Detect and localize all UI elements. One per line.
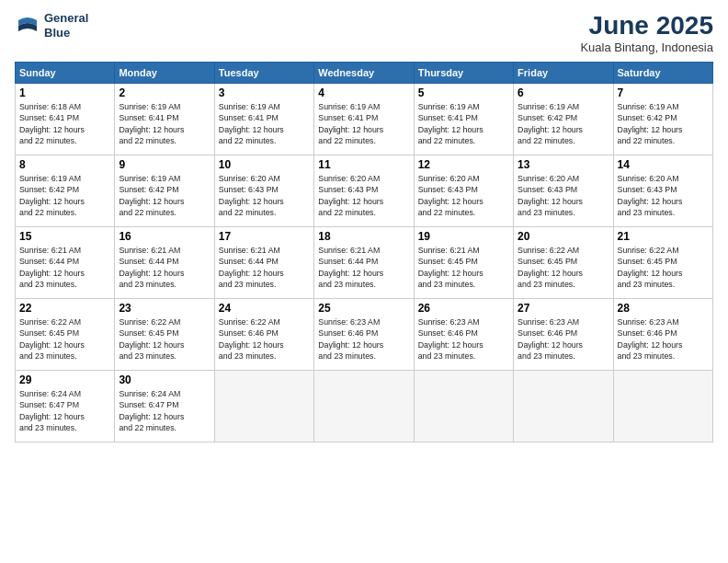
day-number: 30	[119, 373, 210, 386]
day-info: Sunrise: 6:23 AM Sunset: 6:46 PM Dayligh…	[618, 316, 709, 362]
week-row-5: 29Sunrise: 6:24 AM Sunset: 6:47 PM Dayli…	[16, 371, 713, 442]
calendar-cell	[514, 371, 613, 442]
calendar-header: SundayMondayTuesdayWednesdayThursdayFrid…	[16, 63, 713, 84]
header: General Blue June 2025 Kuala Bintang, In…	[15, 11, 713, 54]
calendar-cell	[314, 371, 414, 442]
day-number: 1	[19, 86, 110, 99]
calendar-cell: 5Sunrise: 6:19 AM Sunset: 6:41 PM Daylig…	[414, 84, 513, 155]
week-row-2: 8Sunrise: 6:19 AM Sunset: 6:42 PM Daylig…	[16, 155, 713, 227]
day-number: 17	[219, 230, 310, 243]
day-number: 4	[318, 86, 409, 99]
day-number: 12	[418, 158, 509, 171]
day-info: Sunrise: 6:21 AM Sunset: 6:44 PM Dayligh…	[318, 245, 409, 290]
calendar-cell: 13Sunrise: 6:20 AM Sunset: 6:43 PM Dayli…	[514, 155, 613, 227]
day-header-sunday: Sunday	[16, 63, 115, 84]
logo-icon	[15, 13, 40, 39]
day-header-tuesday: Tuesday	[214, 63, 313, 84]
calendar-cell: 3Sunrise: 6:19 AM Sunset: 6:41 PM Daylig…	[214, 84, 313, 155]
day-info: Sunrise: 6:20 AM Sunset: 6:43 PM Dayligh…	[318, 173, 409, 218]
calendar-cell: 30Sunrise: 6:24 AM Sunset: 6:47 PM Dayli…	[115, 371, 214, 442]
calendar-cell	[414, 371, 513, 442]
calendar-cell: 6Sunrise: 6:19 AM Sunset: 6:42 PM Daylig…	[514, 84, 613, 155]
week-row-3: 15Sunrise: 6:21 AM Sunset: 6:44 PM Dayli…	[16, 227, 713, 299]
calendar-cell: 23Sunrise: 6:22 AM Sunset: 6:45 PM Dayli…	[115, 299, 214, 371]
calendar-cell: 24Sunrise: 6:22 AM Sunset: 6:46 PM Dayli…	[214, 299, 313, 371]
day-number: 18	[318, 230, 409, 243]
day-info: Sunrise: 6:20 AM Sunset: 6:43 PM Dayligh…	[219, 173, 310, 218]
day-info: Sunrise: 6:19 AM Sunset: 6:42 PM Dayligh…	[119, 173, 210, 218]
calendar-body: 1Sunrise: 6:18 AM Sunset: 6:41 PM Daylig…	[16, 84, 713, 442]
day-info: Sunrise: 6:21 AM Sunset: 6:45 PM Dayligh…	[418, 245, 509, 290]
day-info: Sunrise: 6:19 AM Sunset: 6:41 PM Dayligh…	[219, 101, 310, 146]
calendar-cell: 19Sunrise: 6:21 AM Sunset: 6:45 PM Dayli…	[414, 227, 513, 299]
calendar-cell	[613, 371, 712, 442]
day-number: 15	[19, 230, 110, 243]
day-info: Sunrise: 6:22 AM Sunset: 6:45 PM Dayligh…	[518, 245, 609, 290]
day-info: Sunrise: 6:22 AM Sunset: 6:45 PM Dayligh…	[119, 316, 210, 362]
day-number: 22	[19, 302, 110, 315]
day-number: 3	[219, 86, 310, 99]
day-info: Sunrise: 6:20 AM Sunset: 6:43 PM Dayligh…	[618, 173, 709, 218]
day-info: Sunrise: 6:24 AM Sunset: 6:47 PM Dayligh…	[19, 388, 110, 433]
day-info: Sunrise: 6:23 AM Sunset: 6:46 PM Dayligh…	[318, 316, 409, 362]
main-title: June 2025	[580, 11, 713, 40]
day-header-monday: Monday	[115, 63, 214, 84]
day-number: 7	[618, 86, 709, 99]
calendar-cell: 20Sunrise: 6:22 AM Sunset: 6:45 PM Dayli…	[514, 227, 613, 299]
day-info: Sunrise: 6:19 AM Sunset: 6:41 PM Dayligh…	[418, 101, 509, 146]
day-number: 9	[119, 158, 210, 171]
calendar-cell: 17Sunrise: 6:21 AM Sunset: 6:44 PM Dayli…	[214, 227, 313, 299]
week-row-1: 1Sunrise: 6:18 AM Sunset: 6:41 PM Daylig…	[16, 84, 713, 155]
day-number: 8	[19, 158, 110, 171]
calendar-cell: 15Sunrise: 6:21 AM Sunset: 6:44 PM Dayli…	[16, 227, 115, 299]
day-info: Sunrise: 6:21 AM Sunset: 6:44 PM Dayligh…	[119, 245, 210, 290]
calendar-cell: 8Sunrise: 6:19 AM Sunset: 6:42 PM Daylig…	[16, 155, 115, 227]
day-number: 11	[318, 158, 409, 171]
subtitle: Kuala Bintang, Indonesia	[580, 40, 713, 54]
calendar-cell: 27Sunrise: 6:23 AM Sunset: 6:46 PM Dayli…	[514, 299, 613, 371]
day-number: 10	[219, 158, 310, 171]
calendar-cell: 14Sunrise: 6:20 AM Sunset: 6:43 PM Dayli…	[613, 155, 712, 227]
day-info: Sunrise: 6:19 AM Sunset: 6:42 PM Dayligh…	[19, 173, 110, 218]
calendar-cell: 7Sunrise: 6:19 AM Sunset: 6:42 PM Daylig…	[613, 84, 712, 155]
calendar-cell: 11Sunrise: 6:20 AM Sunset: 6:43 PM Dayli…	[314, 155, 414, 227]
day-info: Sunrise: 6:21 AM Sunset: 6:44 PM Dayligh…	[19, 245, 110, 290]
logo-text: General Blue	[44, 11, 88, 40]
logo-line1: General	[44, 11, 88, 26]
day-header-wednesday: Wednesday	[314, 63, 414, 84]
page: General Blue June 2025 Kuala Bintang, In…	[0, 0, 728, 563]
calendar-cell: 9Sunrise: 6:19 AM Sunset: 6:42 PM Daylig…	[115, 155, 214, 227]
day-number: 21	[618, 230, 709, 243]
calendar-cell: 28Sunrise: 6:23 AM Sunset: 6:46 PM Dayli…	[613, 299, 712, 371]
day-info: Sunrise: 6:22 AM Sunset: 6:45 PM Dayligh…	[19, 316, 110, 362]
day-info: Sunrise: 6:20 AM Sunset: 6:43 PM Dayligh…	[518, 173, 609, 218]
day-info: Sunrise: 6:23 AM Sunset: 6:46 PM Dayligh…	[418, 316, 509, 362]
calendar-cell: 18Sunrise: 6:21 AM Sunset: 6:44 PM Dayli…	[314, 227, 414, 299]
title-block: June 2025 Kuala Bintang, Indonesia	[580, 11, 713, 54]
calendar-cell: 16Sunrise: 6:21 AM Sunset: 6:44 PM Dayli…	[115, 227, 214, 299]
day-info: Sunrise: 6:22 AM Sunset: 6:46 PM Dayligh…	[219, 316, 310, 362]
week-row-4: 22Sunrise: 6:22 AM Sunset: 6:45 PM Dayli…	[16, 299, 713, 371]
day-number: 14	[618, 158, 709, 171]
calendar-cell	[214, 371, 313, 442]
calendar-cell: 4Sunrise: 6:19 AM Sunset: 6:41 PM Daylig…	[314, 84, 414, 155]
day-number: 27	[518, 302, 609, 315]
day-header-friday: Friday	[514, 63, 613, 84]
day-number: 6	[518, 86, 609, 99]
day-info: Sunrise: 6:21 AM Sunset: 6:44 PM Dayligh…	[219, 245, 310, 290]
day-info: Sunrise: 6:19 AM Sunset: 6:42 PM Dayligh…	[518, 101, 609, 146]
day-number: 26	[418, 302, 509, 315]
day-number: 19	[418, 230, 509, 243]
logo: General Blue	[15, 11, 88, 40]
calendar-cell: 1Sunrise: 6:18 AM Sunset: 6:41 PM Daylig…	[16, 84, 115, 155]
calendar: SundayMondayTuesdayWednesdayThursdayFrid…	[15, 62, 713, 442]
calendar-cell: 29Sunrise: 6:24 AM Sunset: 6:47 PM Dayli…	[16, 371, 115, 442]
day-info: Sunrise: 6:19 AM Sunset: 6:42 PM Dayligh…	[618, 101, 709, 146]
day-info: Sunrise: 6:24 AM Sunset: 6:47 PM Dayligh…	[119, 388, 210, 433]
day-header-saturday: Saturday	[613, 63, 712, 84]
day-info: Sunrise: 6:22 AM Sunset: 6:45 PM Dayligh…	[618, 245, 709, 290]
day-number: 16	[119, 230, 210, 243]
day-number: 25	[318, 302, 409, 315]
day-number: 2	[119, 86, 210, 99]
day-number: 23	[119, 302, 210, 315]
